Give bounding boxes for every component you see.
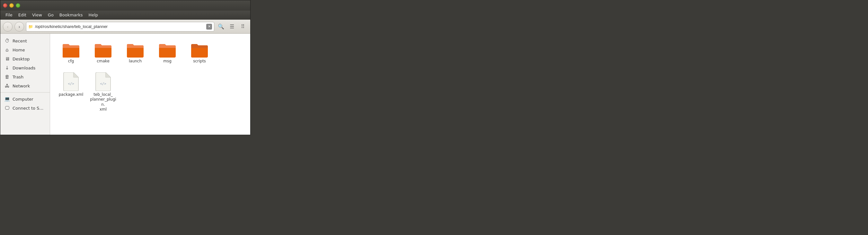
close-button[interactable] (3, 3, 7, 8)
sidebar-item-desktop[interactable]: 🖥 Desktop (0, 54, 50, 63)
file-label-teb-xml: teb_local_planner_plugin.xml (90, 92, 116, 112)
file-item-cmake[interactable]: cmake (89, 40, 118, 66)
file-item-cfg[interactable]: cfg (57, 40, 86, 66)
file-item-teb-xml[interactable]: </> teb_local_planner_plugin.xml (89, 70, 118, 115)
file-label-launch: launch (129, 59, 142, 64)
sidebar-item-downloads[interactable]: ↓ Downloads (0, 63, 50, 72)
toolbar: ‹ › 📁 ✕ 🔍 ☰ ⠿ (0, 20, 250, 34)
sidebar-label-desktop: Desktop (12, 57, 30, 61)
main-content: ⏱ Recent ⌂ Home 🖥 Desktop ↓ Downloads 🗑 … (0, 34, 250, 135)
grid-view-button[interactable]: ⠿ (238, 22, 248, 31)
address-bar-container: 📁 ✕ (26, 22, 214, 31)
recent-icon: ⏱ (4, 38, 10, 44)
home-icon: ⌂ (4, 47, 10, 53)
folder-svg-cmake (95, 43, 112, 58)
svg-text:</>: </> (100, 81, 106, 86)
file-label-msg: msg (163, 59, 172, 64)
file-item-scripts[interactable]: scripts (185, 40, 214, 66)
clear-icon: ✕ (208, 24, 211, 29)
folder-icon: 📁 (28, 24, 33, 29)
sidebar-divider (0, 92, 50, 93)
file-item-package-xml[interactable]: </> package.xml (57, 70, 86, 115)
menu-help[interactable]: Help (86, 12, 100, 18)
folder-svg-launch (127, 43, 144, 58)
grid-view-icon: ⠿ (241, 24, 245, 30)
menu-edit[interactable]: Edit (16, 12, 29, 18)
desktop-icon: 🖥 (4, 56, 10, 62)
sidebar-label-computer: Computer (12, 97, 33, 101)
titlebar (0, 0, 250, 10)
trash-icon: 🗑 (4, 74, 10, 80)
back-button[interactable]: ‹ (3, 22, 12, 31)
file-label-cfg: cfg (68, 59, 74, 64)
sidebar-label-recent: Recent (12, 38, 27, 43)
sidebar-label-trash: Trash (12, 75, 24, 80)
network-icon: 🖧 (4, 83, 10, 89)
folder-svg-scripts (191, 43, 208, 58)
xml-svg-teb: </> (95, 72, 111, 91)
sidebar: ⏱ Recent ⌂ Home 🖥 Desktop ↓ Downloads 🗑 … (0, 34, 50, 135)
menu-bookmarks[interactable]: Bookmarks (57, 12, 86, 18)
computer-icon: 💻 (4, 96, 10, 102)
sidebar-item-recent[interactable]: ⏱ Recent (0, 36, 50, 45)
list-view-button[interactable]: ☰ (227, 22, 237, 31)
file-item-msg[interactable]: msg (153, 40, 182, 66)
xml-svg-package: </> (63, 72, 79, 91)
sidebar-item-connect[interactable]: 🖵 Connect to Server (0, 104, 50, 113)
address-clear-button[interactable]: ✕ (206, 24, 212, 30)
menu-go[interactable]: Go (45, 12, 56, 18)
maximize-button[interactable] (16, 3, 20, 8)
sidebar-label-downloads: Downloads (12, 66, 35, 70)
sidebar-item-home[interactable]: ⌂ Home (0, 45, 50, 54)
minimize-button[interactable] (9, 3, 14, 8)
connect-icon: 🖵 (4, 105, 10, 111)
sidebar-item-trash[interactable]: 🗑 Trash (0, 72, 50, 81)
toolbar-actions: 🔍 ☰ ⠿ (216, 22, 248, 31)
file-label-package-xml: package.xml (59, 92, 84, 97)
menubar: File Edit View Go Bookmarks Help (0, 10, 250, 20)
sidebar-item-network[interactable]: 🖧 Network (0, 81, 50, 90)
search-button[interactable]: 🔍 (216, 22, 226, 31)
sidebar-label-connect: Connect to Server (12, 106, 46, 111)
forward-icon: › (19, 24, 20, 29)
menu-view[interactable]: View (30, 12, 45, 18)
back-icon: ‹ (7, 24, 9, 29)
address-input[interactable] (35, 24, 204, 29)
sidebar-label-home: Home (12, 48, 25, 52)
sidebar-item-computer[interactable]: 💻 Computer (0, 94, 50, 104)
search-icon: 🔍 (218, 24, 224, 30)
folder-svg-cfg (63, 43, 79, 58)
file-label-cmake: cmake (97, 59, 110, 64)
svg-text:</>: </> (68, 81, 74, 86)
file-label-scripts: scripts (193, 59, 206, 64)
forward-button[interactable]: › (14, 22, 24, 31)
downloads-icon: ↓ (4, 65, 10, 71)
menu-file[interactable]: File (3, 12, 15, 18)
file-item-launch[interactable]: launch (121, 40, 150, 66)
list-view-icon: ☰ (230, 24, 234, 30)
folder-svg-msg (159, 43, 176, 58)
file-area: cfg cmake launch (50, 34, 250, 135)
sidebar-label-network: Network (12, 84, 30, 88)
